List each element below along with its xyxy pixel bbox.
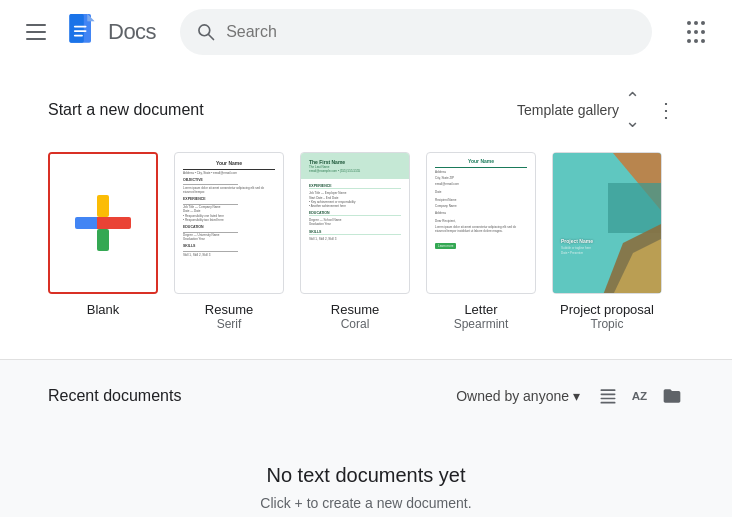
header: Docs: [0, 0, 732, 64]
chevron-updown-icon: ⌃⌄: [625, 88, 640, 132]
google-plus-icon: [75, 195, 131, 251]
owned-by-label: Owned by anyone: [456, 388, 569, 404]
letter-spearmint-content: Your Name Address City, State ZIP email@…: [427, 153, 535, 256]
recent-header: Recent documents Owned by anyone ▾: [48, 384, 684, 408]
project-tropic-label: Project proposal: [560, 302, 654, 317]
letter-spearmint-sublabel: Spearmint: [454, 317, 509, 331]
template-resume-serif[interactable]: Your Name Address • City, State • email@…: [174, 152, 284, 331]
svg-rect-12: [97, 195, 109, 217]
recent-documents-title: Recent documents: [48, 387, 181, 405]
resume-coral-label: Resume: [331, 302, 379, 317]
resume-serif-label: Resume: [205, 302, 253, 317]
more-options-icon[interactable]: ⋮: [648, 94, 684, 126]
svg-rect-20: [601, 389, 616, 391]
project-tropic-content: Project Name Subtitle or tagline here Da…: [553, 153, 661, 293]
list-view-button[interactable]: [596, 384, 620, 408]
template-resume-coral[interactable]: The First Name The Last Name email@examp…: [300, 152, 410, 331]
svg-line-8: [209, 35, 214, 40]
sort-button[interactable]: AZ: [628, 384, 652, 408]
resume-coral-sublabel: Coral: [341, 317, 370, 331]
blank-thumbnail: [48, 152, 158, 294]
resume-serif-sublabel: Serif: [217, 317, 242, 331]
template-blank[interactable]: Blank: [48, 152, 158, 317]
template-letter-spearmint[interactable]: Your Name Address City, State ZIP email@…: [426, 152, 536, 331]
svg-rect-5: [74, 30, 87, 32]
main-content: Start a new document Template gallery ⌃⌄…: [0, 64, 732, 517]
search-bar[interactable]: [180, 9, 652, 55]
resume-coral-thumbnail: The First Name The Last Name email@examp…: [300, 152, 410, 294]
resume-coral-content: The First Name The Last Name email@examp…: [301, 153, 409, 293]
template-section: Start a new document Template gallery ⌃⌄…: [0, 64, 732, 360]
svg-text:AZ: AZ: [632, 389, 648, 402]
app-name: Docs: [108, 19, 156, 45]
letter-spearmint-label: Letter: [464, 302, 497, 317]
template-project-tropic[interactable]: Project Name Subtitle or tagline here Da…: [552, 152, 662, 331]
menu-button[interactable]: [16, 12, 56, 52]
project-tropic-sublabel: Tropic: [591, 317, 624, 331]
empty-title: No text documents yet: [48, 464, 684, 487]
project-tropic-thumbnail: Project Name Subtitle or tagline here Da…: [552, 152, 662, 294]
blank-thumb-content: [50, 154, 156, 292]
recent-section: Recent documents Owned by anyone ▾: [0, 360, 732, 517]
apps-button[interactable]: [676, 12, 716, 52]
template-gallery-button[interactable]: Template gallery ⌃⌄: [517, 88, 640, 132]
letter-spearmint-thumbnail: Your Name Address City, State ZIP email@…: [426, 152, 536, 294]
docs-logo-icon: [64, 14, 100, 50]
resume-serif-content: Your Name Address • City, State • email@…: [175, 153, 283, 263]
svg-rect-1: [69, 14, 83, 43]
template-header-controls: Template gallery ⌃⌄ ⋮: [517, 88, 684, 132]
svg-rect-14: [97, 217, 109, 229]
template-header: Start a new document Template gallery ⌃⌄…: [48, 88, 684, 132]
template-gallery-label: Template gallery: [517, 102, 619, 118]
folder-view-button[interactable]: [660, 384, 684, 408]
svg-rect-23: [601, 402, 616, 404]
docs-logo[interactable]: Docs: [64, 14, 156, 50]
view-icons: AZ: [596, 384, 684, 408]
empty-state: No text documents yet Click + to create …: [48, 440, 684, 517]
empty-subtitle: Click + to create a new document.: [48, 495, 684, 511]
search-icon: [196, 22, 216, 42]
dropdown-arrow-icon: ▾: [573, 388, 580, 404]
start-new-label: Start a new document: [48, 101, 204, 119]
svg-rect-6: [74, 35, 83, 37]
templates-grid: Blank Your Name Address • City, State • …: [48, 152, 684, 331]
svg-rect-13: [97, 229, 109, 251]
svg-rect-22: [601, 398, 616, 400]
recent-controls: Owned by anyone ▾: [456, 384, 684, 408]
resume-serif-thumbnail: Your Name Address • City, State • email@…: [174, 152, 284, 294]
owned-by-button[interactable]: Owned by anyone ▾: [456, 388, 580, 404]
svg-rect-4: [74, 26, 87, 28]
blank-label: Blank: [87, 302, 120, 317]
search-input[interactable]: [226, 23, 636, 41]
svg-rect-21: [601, 394, 616, 396]
